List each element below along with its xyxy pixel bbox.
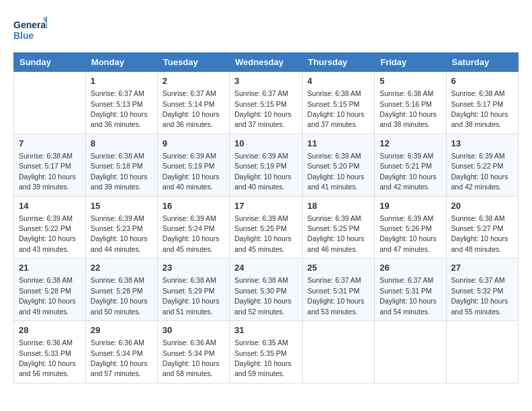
day-number: 7 xyxy=(19,138,81,150)
sunrise-info: Sunrise: 6:38 AM xyxy=(91,276,144,284)
calendar-day-cell: 17 Sunrise: 6:39 AM Sunset: 5:25 PM Dayl… xyxy=(230,196,303,259)
sunrise-info: Sunrise: 6:39 AM xyxy=(380,214,433,222)
calendar-day-cell: 27 Sunrise: 6:37 AM Sunset: 5:32 PM Dayl… xyxy=(446,259,518,321)
calendar-day-cell: 15 Sunrise: 6:39 AM Sunset: 5:23 PM Dayl… xyxy=(85,196,157,259)
sunrise-info: Sunrise: 6:38 AM xyxy=(234,276,288,284)
day-number: 25 xyxy=(308,262,370,274)
daylight-info: Daylight: 10 hours and 37 minutes. xyxy=(308,110,365,128)
calendar-day-cell: 21 Sunrise: 6:38 AM Sunset: 5:28 PM Dayl… xyxy=(14,259,86,321)
daylight-info: Daylight: 10 hours and 58 minutes. xyxy=(163,359,220,377)
weekday-header: Monday xyxy=(85,53,157,72)
sunset-info: Sunset: 5:35 PM xyxy=(234,349,287,357)
calendar-day-cell: 26 Sunrise: 6:37 AM Sunset: 5:31 PM Dayl… xyxy=(375,259,446,321)
day-number: 10 xyxy=(234,138,298,150)
sunset-info: Sunset: 5:33 PM xyxy=(19,349,71,357)
daylight-info: Daylight: 10 hours and 36 minutes. xyxy=(163,110,220,128)
calendar-day-cell: 9 Sunrise: 6:39 AM Sunset: 5:19 PM Dayli… xyxy=(157,134,229,196)
calendar-week-row: 1 Sunrise: 6:37 AM Sunset: 5:13 PM Dayli… xyxy=(14,72,519,134)
daylight-info: Daylight: 10 hours and 55 minutes. xyxy=(451,297,508,315)
day-number: 17 xyxy=(234,200,298,212)
day-number: 26 xyxy=(380,262,441,274)
calendar-day-cell: 18 Sunrise: 6:39 AM Sunset: 5:25 PM Dayl… xyxy=(302,196,375,259)
sunrise-info: Sunrise: 6:36 AM xyxy=(163,338,216,347)
daylight-info: Daylight: 10 hours and 42 minutes. xyxy=(451,173,508,191)
calendar-header-row: SundayMondayTuesdayWednesdayThursdayFrid… xyxy=(14,53,519,72)
daylight-info: Daylight: 10 hours and 39 minutes. xyxy=(91,173,148,191)
calendar-day-cell: 23 Sunrise: 6:38 AM Sunset: 5:29 PM Dayl… xyxy=(157,259,229,321)
sunrise-info: Sunrise: 6:39 AM xyxy=(380,152,433,160)
sunset-info: Sunset: 5:15 PM xyxy=(234,100,287,108)
daylight-info: Daylight: 10 hours and 51 minutes. xyxy=(163,297,220,315)
sunrise-info: Sunrise: 6:38 AM xyxy=(308,89,361,97)
sunrise-info: Sunrise: 6:39 AM xyxy=(163,152,216,160)
day-number: 13 xyxy=(451,138,513,150)
sunset-info: Sunset: 5:25 PM xyxy=(308,224,360,232)
daylight-info: Daylight: 10 hours and 41 minutes. xyxy=(308,173,365,191)
calendar-week-row: 7 Sunrise: 6:38 AM Sunset: 5:17 PM Dayli… xyxy=(14,134,519,196)
sunset-info: Sunset: 5:18 PM xyxy=(91,162,143,170)
daylight-info: Daylight: 10 hours and 42 minutes. xyxy=(380,173,437,191)
daylight-info: Daylight: 10 hours and 40 minutes. xyxy=(163,173,220,191)
day-number: 28 xyxy=(19,324,81,336)
calendar-day-cell: 20 Sunrise: 6:38 AM Sunset: 5:27 PM Dayl… xyxy=(446,196,518,259)
weekday-header: Wednesday xyxy=(230,53,303,72)
day-number: 12 xyxy=(380,138,441,150)
daylight-info: Daylight: 10 hours and 54 minutes. xyxy=(380,297,437,315)
svg-text:General: General xyxy=(13,19,47,30)
daylight-info: Daylight: 10 hours and 49 minutes. xyxy=(19,297,76,315)
day-number: 21 xyxy=(19,262,81,274)
svg-text:Blue: Blue xyxy=(13,30,34,41)
calendar-day-cell: 30 Sunrise: 6:36 AM Sunset: 5:34 PM Dayl… xyxy=(157,321,229,383)
day-number: 22 xyxy=(91,262,152,274)
day-number: 1 xyxy=(91,75,152,87)
day-number: 23 xyxy=(163,262,224,274)
calendar-day-cell xyxy=(375,321,446,383)
calendar-day-cell: 5 Sunrise: 6:38 AM Sunset: 5:16 PM Dayli… xyxy=(375,72,446,134)
sunset-info: Sunset: 5:26 PM xyxy=(380,224,432,232)
day-number: 20 xyxy=(451,200,513,212)
daylight-info: Daylight: 10 hours and 43 minutes. xyxy=(19,234,76,253)
calendar-day-cell xyxy=(302,321,375,383)
day-number: 3 xyxy=(234,75,298,87)
day-number: 2 xyxy=(163,75,224,87)
sunset-info: Sunset: 5:15 PM xyxy=(308,100,360,108)
day-number: 24 xyxy=(234,262,298,274)
daylight-info: Daylight: 10 hours and 44 minutes. xyxy=(91,234,148,253)
weekday-header: Sunday xyxy=(14,53,86,72)
sunset-info: Sunset: 5:17 PM xyxy=(19,162,71,170)
sunrise-info: Sunrise: 6:38 AM xyxy=(451,214,505,222)
sunset-info: Sunset: 5:34 PM xyxy=(91,349,143,357)
daylight-info: Daylight: 10 hours and 45 minutes. xyxy=(163,234,220,253)
sunrise-info: Sunrise: 6:39 AM xyxy=(451,152,505,160)
calendar-day-cell: 2 Sunrise: 6:37 AM Sunset: 5:14 PM Dayli… xyxy=(157,72,229,134)
day-number: 19 xyxy=(380,200,441,212)
sunrise-info: Sunrise: 6:37 AM xyxy=(234,89,288,97)
sunset-info: Sunset: 5:27 PM xyxy=(451,224,504,232)
sunset-info: Sunset: 5:31 PM xyxy=(380,287,432,295)
sunset-info: Sunset: 5:16 PM xyxy=(380,100,432,108)
daylight-info: Daylight: 10 hours and 50 minutes. xyxy=(91,297,148,315)
daylight-info: Daylight: 10 hours and 37 minutes. xyxy=(234,110,292,128)
weekday-header: Friday xyxy=(375,53,446,72)
logo-container: General Blue xyxy=(13,13,47,46)
calendar-day-cell: 31 Sunrise: 6:35 AM Sunset: 5:35 PM Dayl… xyxy=(230,321,303,383)
sunset-info: Sunset: 5:22 PM xyxy=(19,224,71,232)
daylight-info: Daylight: 10 hours and 52 minutes. xyxy=(234,297,292,315)
sunrise-info: Sunrise: 6:35 AM xyxy=(234,338,288,347)
daylight-info: Daylight: 10 hours and 47 minutes. xyxy=(380,234,437,253)
sunset-info: Sunset: 5:24 PM xyxy=(163,224,215,232)
calendar-table: SundayMondayTuesdayWednesdayThursdayFrid… xyxy=(13,52,519,383)
day-number: 5 xyxy=(380,75,441,87)
sunrise-info: Sunrise: 6:39 AM xyxy=(308,152,361,160)
calendar-day-cell xyxy=(446,321,518,383)
sunset-info: Sunset: 5:25 PM xyxy=(234,224,287,232)
day-number: 11 xyxy=(308,138,370,150)
sunrise-info: Sunrise: 6:38 AM xyxy=(19,152,73,160)
daylight-info: Daylight: 10 hours and 38 minutes. xyxy=(380,110,437,128)
sunset-info: Sunset: 5:34 PM xyxy=(163,349,215,357)
sunrise-info: Sunrise: 6:37 AM xyxy=(163,89,216,97)
day-number: 4 xyxy=(308,75,370,87)
calendar-day-cell: 25 Sunrise: 6:37 AM Sunset: 5:31 PM Dayl… xyxy=(302,259,375,321)
sunset-info: Sunset: 5:20 PM xyxy=(308,162,360,170)
calendar-day-cell xyxy=(14,72,86,134)
